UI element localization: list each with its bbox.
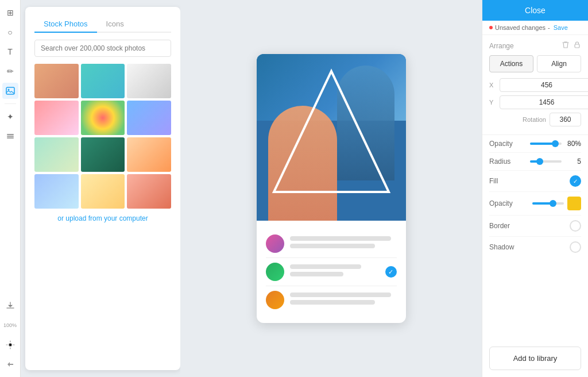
x-input[interactable]: [500, 78, 588, 92]
toolbar-image-icon[interactable]: [2, 83, 18, 99]
svg-rect-0: [6, 87, 14, 94]
x-label: X: [489, 82, 497, 89]
toolbar-pen-icon[interactable]: ✏: [2, 63, 18, 79]
triangle-svg: [257, 54, 406, 221]
opacity-value: 80%: [565, 140, 581, 148]
stock-photos-panel: Stock Photos Icons or upload from your c…: [25, 7, 180, 370]
toolbar-download-icon[interactable]: [2, 298, 18, 314]
fill-toggle[interactable]: ✓: [570, 175, 581, 187]
rotation-input[interactable]: [550, 113, 581, 126]
properties-section: Opacity 80% Radius 5 Fill ✓ Opacity: [482, 134, 588, 257]
tab-stock-photos[interactable]: Stock Photos: [34, 16, 97, 33]
opacity-row: Opacity 80%: [489, 135, 581, 153]
toolbar-divider: [5, 103, 16, 104]
text-line: [290, 264, 362, 269]
fill-opacity-slider[interactable]: [532, 202, 564, 205]
arrange-label: Arrange: [489, 42, 514, 50]
unsaved-bar: Unsaved changes - Save: [482, 21, 588, 35]
border-toggle[interactable]: [570, 220, 581, 232]
color-swatch[interactable]: [567, 197, 581, 210]
radius-thumb[interactable]: [536, 158, 543, 165]
text-line: [290, 293, 392, 297]
svg-rect-2: [7, 134, 14, 135]
photo-cell[interactable]: [81, 174, 125, 209]
opacity-label: Opacity: [489, 140, 530, 148]
border-row: Border: [489, 216, 581, 237]
fill-opacity-row: Opacity: [489, 192, 581, 216]
mockup-body: ✓: [257, 221, 406, 323]
arrange-section: Arrange Actions Align X W: [482, 35, 588, 134]
shadow-label: Shadow: [489, 243, 570, 251]
photo-cell[interactable]: [81, 64, 125, 98]
photo-cell[interactable]: [34, 64, 79, 98]
photo-cell[interactable]: [34, 174, 79, 209]
toolbar-text-icon[interactable]: T: [2, 44, 18, 60]
shadow-toggle[interactable]: [570, 241, 581, 253]
save-link[interactable]: Save: [554, 24, 568, 31]
photo-cell[interactable]: [127, 137, 171, 172]
svg-rect-7: [575, 44, 579, 48]
y-label: Y: [489, 99, 497, 106]
right-panel: Close Unsaved changes - Save Arrange Act…: [482, 0, 588, 377]
svg-rect-4: [7, 137, 14, 139]
text-lines: [290, 264, 380, 279]
unsaved-dot: [489, 26, 493, 29]
fill-row: Fill ✓: [489, 171, 581, 192]
close-button[interactable]: Close: [482, 0, 588, 21]
toolbar-zoom-label: 100%: [2, 317, 18, 333]
search-input[interactable]: [34, 40, 171, 57]
y-input[interactable]: [500, 95, 588, 109]
toolbar-arrow-icon[interactable]: [2, 356, 18, 372]
svg-rect-3: [7, 136, 14, 137]
upload-link[interactable]: or upload from your computer: [34, 214, 171, 222]
rotation-label: Rotation: [523, 116, 546, 123]
check-icon: ✓: [385, 266, 397, 278]
photo-cell[interactable]: [34, 101, 79, 135]
actions-row: Actions Align: [489, 55, 581, 72]
actions-button[interactable]: Actions: [489, 55, 533, 72]
left-toolbar: ⊞ ○ T ✏ ✦ 100%: [0, 0, 21, 377]
photo-cell[interactable]: [34, 137, 79, 172]
panel-tabs: Stock Photos Icons: [34, 16, 171, 33]
trash-icon[interactable]: [562, 41, 570, 51]
fill-opacity-thumb[interactable]: [550, 200, 556, 207]
fill-label: Fill: [489, 177, 570, 185]
photo-grid: [34, 64, 171, 209]
align-button[interactable]: Align: [537, 55, 581, 72]
svg-marker-6: [274, 71, 389, 192]
radius-label: Radius: [489, 157, 530, 166]
shadow-row: Shadow: [489, 237, 581, 257]
coordinate-grid: X W Y H: [489, 78, 581, 109]
toolbar-shapes-icon[interactable]: ✦: [2, 109, 18, 125]
avatar: [266, 291, 284, 309]
unsaved-text: Unsaved changes: [495, 24, 546, 31]
photo-cell[interactable]: [127, 101, 171, 135]
text-line: [290, 236, 392, 241]
list-item: [266, 286, 397, 314]
photo-cell[interactable]: [127, 174, 171, 209]
x-coord-row: X: [489, 78, 588, 92]
border-label: Border: [489, 222, 570, 230]
toolbar-circle-icon[interactable]: ○: [2, 24, 18, 40]
avatar: [266, 234, 284, 253]
svg-point-1: [7, 89, 9, 91]
opacity-slider[interactable]: [530, 143, 562, 145]
avatar: [266, 263, 284, 281]
radius-slider[interactable]: [530, 160, 562, 163]
add-to-library-button[interactable]: Add to library: [489, 347, 581, 370]
toolbar-settings-icon[interactable]: [2, 337, 18, 353]
photo-cell[interactable]: [81, 101, 125, 135]
arrange-icons: [562, 41, 581, 51]
toolbar-layers-icon[interactable]: [2, 128, 18, 144]
canvas-area: ✓: [180, 0, 482, 377]
photo-cell[interactable]: [127, 64, 171, 98]
tab-icons[interactable]: Icons: [97, 16, 133, 33]
radius-row: Radius 5: [489, 153, 581, 171]
svg-point-5: [9, 344, 11, 347]
lock-icon[interactable]: [573, 41, 581, 51]
fill-opacity-label: Opacity: [489, 199, 532, 207]
photo-cell[interactable]: [81, 137, 125, 172]
toolbar-grid-icon[interactable]: ⊞: [2, 5, 18, 21]
text-lines: [290, 236, 397, 251]
opacity-thumb[interactable]: [552, 140, 559, 147]
